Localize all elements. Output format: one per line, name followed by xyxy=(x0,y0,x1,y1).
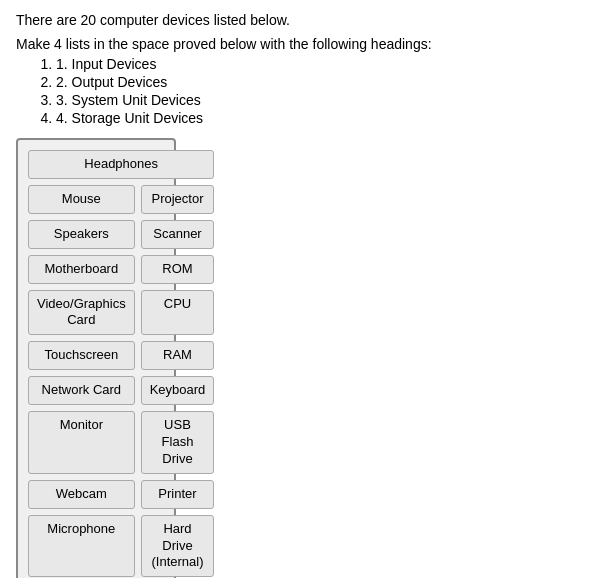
device-item[interactable]: Motherboard xyxy=(28,255,135,284)
device-item[interactable]: RAM xyxy=(141,341,215,370)
headings-list: 1. Input Devices 2. Output Devices 3. Sy… xyxy=(56,56,590,126)
device-item[interactable]: Touchscreen xyxy=(28,341,135,370)
device-item[interactable]: Video/Graphics Card xyxy=(28,290,135,336)
instructions-lead: Make 4 lists in the space proved below w… xyxy=(16,36,590,52)
device-item[interactable]: Scanner xyxy=(141,220,215,249)
heading-1: 1. Input Devices xyxy=(56,56,590,72)
device-item[interactable]: Headphones xyxy=(28,150,214,179)
device-item[interactable]: Printer xyxy=(141,480,215,509)
heading-4: 4. Storage Unit Devices xyxy=(56,110,590,126)
heading-3: 3. System Unit Devices xyxy=(56,92,590,108)
device-item[interactable]: Keyboard xyxy=(141,376,215,405)
device-item[interactable]: Hard Drive (Internal) xyxy=(141,515,215,578)
heading-2: 2. Output Devices xyxy=(56,74,590,90)
device-box: HeadphonesMouseProjectorSpeakersScannerM… xyxy=(16,138,176,578)
device-item[interactable]: Network Card xyxy=(28,376,135,405)
device-item[interactable]: ROM xyxy=(141,255,215,284)
device-item[interactable]: Monitor xyxy=(28,411,135,474)
device-item[interactable]: Webcam xyxy=(28,480,135,509)
device-item[interactable]: Microphone xyxy=(28,515,135,578)
device-item[interactable]: Speakers xyxy=(28,220,135,249)
device-item[interactable]: CPU xyxy=(141,290,215,336)
instructions: Make 4 lists in the space proved below w… xyxy=(16,36,590,126)
device-item[interactable]: USB Flash Drive xyxy=(141,411,215,474)
device-item[interactable]: Projector xyxy=(141,185,215,214)
device-item[interactable]: Mouse xyxy=(28,185,135,214)
intro-text: There are 20 computer devices listed bel… xyxy=(16,12,590,28)
device-grid: HeadphonesMouseProjectorSpeakersScannerM… xyxy=(28,150,164,578)
